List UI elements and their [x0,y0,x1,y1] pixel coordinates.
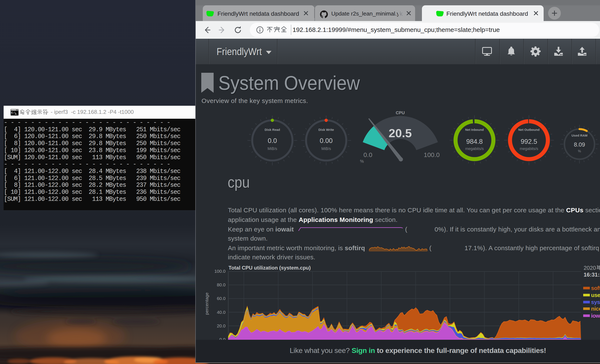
svg-text:%: % [578,149,581,153]
svg-text:0.0: 0.0 [363,151,372,158]
svg-text:20.5: 20.5 [389,126,412,140]
svg-text:992.5: 992.5 [521,138,537,145]
svg-text:Disk Write: Disk Write [318,128,334,131]
svg-text:MiB/s: MiB/s [321,147,331,151]
svg-text:0.00: 0.00 [320,137,333,144]
svg-text:100.0: 100.0 [424,151,440,158]
svg-text:%: % [360,159,364,164]
svg-text:0.0: 0.0 [268,137,277,144]
svg-text:Disk Read: Disk Read [265,128,280,131]
svg-text:CPU: CPU [396,110,405,115]
svg-text:984.8: 984.8 [466,138,483,145]
svg-text:Used RAM: Used RAM [572,134,587,137]
svg-text:MiB/s: MiB/s [268,147,277,151]
svg-text:megabits/s: megabits/s [465,147,484,151]
svg-text:megabits/s: megabits/s [520,147,538,151]
svg-text:Net Inbound: Net Inbound [465,128,484,131]
svg-text:Net Outbound: Net Outbound [518,128,540,131]
svg-text:8.09: 8.09 [574,141,585,148]
